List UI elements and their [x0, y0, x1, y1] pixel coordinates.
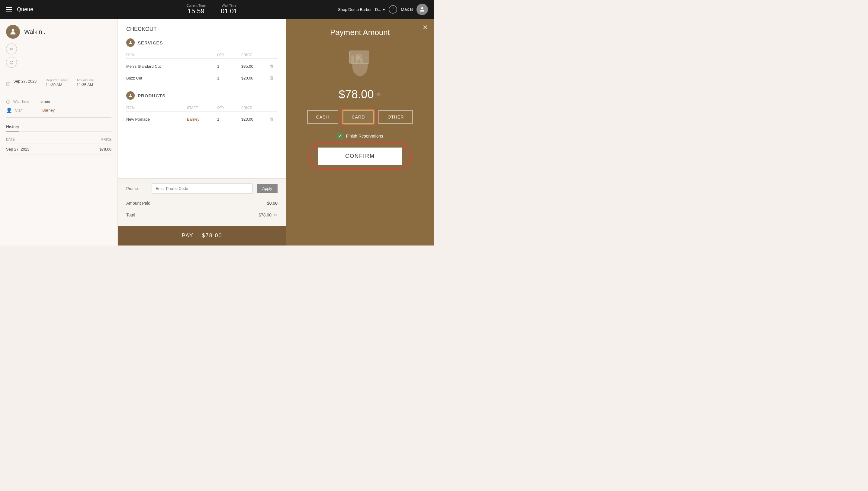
history-row: Sep 27, 2023 $78.00: [6, 144, 112, 155]
page-title: Queue: [17, 6, 33, 13]
app-header: Queue Current Time 15:59 Wait Time 01:01…: [0, 0, 434, 19]
delete-service-2[interactable]: 🗑: [266, 75, 278, 81]
confirm-button[interactable]: CONFIRM: [318, 148, 402, 165]
header-left: Queue: [6, 6, 33, 13]
client-header: Walkin .: [6, 25, 112, 39]
wait-time-block: Wait Time 01:01: [221, 4, 238, 15]
info-icon[interactable]: i: [389, 5, 397, 13]
promo-label: Promo: [126, 186, 147, 191]
shop-selector[interactable]: Shop Demo Barber - D... ▾: [338, 7, 385, 12]
reported-time-value: 11:30 AM: [45, 83, 62, 87]
item-col-header: ITEM: [126, 53, 217, 57]
wait-time-meta-value: 5 min: [40, 99, 50, 104]
reported-time-group: Reported Time 11:30 AM: [45, 78, 67, 87]
payment-amount: $78.00 ✏: [339, 88, 381, 101]
current-time-block: Current Time 15:59: [186, 4, 206, 15]
service-qty-2: 1: [217, 76, 241, 80]
service-price-1: $35.00: [241, 64, 266, 69]
payment-cash-icon: $: [346, 46, 374, 81]
checkout-inner: CHECKOUT SERVICES ITEM QTY PRICE Men's S…: [118, 19, 286, 178]
current-time-value: 15:59: [186, 7, 206, 15]
price-col-header: PRICE: [241, 53, 266, 57]
history-tab[interactable]: History: [6, 122, 19, 132]
amount-value: $78.00: [339, 88, 374, 101]
divider-1: [6, 74, 112, 74]
qty-col-header: QTY: [217, 53, 241, 57]
pay-amount: $78.00: [202, 232, 222, 238]
item-col-header-p: ITEM: [126, 106, 187, 110]
actual-time-group: Actual Time 11:35 AM: [77, 78, 94, 87]
products-icon: [126, 91, 135, 100]
staff-value[interactable]: Barney: [42, 108, 55, 113]
close-button[interactable]: ✕: [423, 24, 428, 31]
pay-label: PAY: [182, 232, 193, 238]
amount-paid-value: $0.00: [267, 201, 278, 206]
service-row-1: Men's Standard Cut 1 $35.00 🗑: [126, 60, 278, 72]
svg-point-3: [130, 94, 131, 95]
clock-icon: ◷: [6, 98, 10, 104]
wait-time-value: 01:01: [221, 7, 238, 15]
payment-panel: ✕ Payment Amount $ $78.00 ✏ CASH CARD OT: [286, 19, 434, 246]
wait-time-label: Wait Time: [221, 4, 238, 7]
service-name-1: Men's Standard Cut: [126, 64, 217, 69]
cash-button[interactable]: CASH: [307, 110, 338, 124]
delete-service-1[interactable]: 🗑: [266, 63, 278, 69]
header-right: Shop Demo Barber - D... ▾ i Max B: [338, 4, 428, 15]
payment-methods: CASH CARD OTHER: [307, 110, 413, 124]
edit-payment-amount-icon[interactable]: ✏: [377, 91, 381, 98]
reported-time-label: Reported Time: [45, 78, 67, 82]
history-date: Sep 27, 2023: [6, 147, 29, 151]
user-name: Max B: [401, 7, 413, 12]
qty-col-header-p: QTY: [217, 106, 241, 110]
checkout-title: CHECKOUT: [126, 26, 278, 32]
svg-point-2: [130, 41, 131, 42]
sidebar: Walkin . ✉ ◎ ☑ Sep 27, 2023 Reported Tim…: [0, 19, 118, 246]
appointment-date: Sep 27, 2023: [13, 79, 36, 83]
apply-button[interactable]: Apply: [257, 184, 278, 193]
amount-paid-label: Amount Paid: [126, 201, 150, 206]
finish-reservations-checkbox[interactable]: ✓: [337, 133, 343, 139]
divider-3: [6, 117, 112, 118]
services-icon: [126, 38, 135, 47]
pay-bar[interactable]: PAY $78.00: [118, 226, 286, 246]
total-row: Total $78.00 ✏: [126, 209, 278, 221]
promo-input[interactable]: [152, 183, 252, 194]
amount-paid-row: Amount Paid $0.00: [126, 198, 278, 209]
svg-point-0: [421, 7, 423, 9]
delete-product-1[interactable]: 🗑: [266, 116, 278, 122]
menu-button[interactable]: [6, 7, 12, 11]
history-price-col: PRICE: [101, 138, 112, 141]
service-qty-1: 1: [217, 64, 241, 69]
services-title: SERVICES: [138, 40, 163, 45]
staff-label: Staff: [15, 108, 39, 113]
other-button[interactable]: OTHER: [378, 110, 413, 124]
services-header: SERVICES: [126, 38, 278, 47]
products-title: PRODUCTS: [138, 93, 165, 98]
checkbox-icon: ☑: [6, 81, 10, 87]
product-staff-1[interactable]: Barney: [187, 117, 217, 121]
promo-section: Promo Apply Amount Paid $0.00 Total $78.…: [118, 178, 286, 226]
card-button[interactable]: CARD: [342, 110, 374, 124]
client-avatar: [6, 25, 20, 39]
divider-2: [6, 94, 112, 94]
service-name-2: Buzz Cut: [126, 76, 217, 80]
email-icon-button[interactable]: ✉: [6, 44, 17, 54]
product-qty-1: 1: [217, 117, 241, 121]
products-section: PRODUCTS ITEM STAFF QTY PRICE New Pomade…: [126, 91, 278, 125]
history-table: DATE PRICE Sep 27, 2023 $78.00: [6, 136, 112, 155]
phone-icon-button[interactable]: ◎: [6, 57, 17, 68]
services-section: SERVICES ITEM QTY PRICE Men's Standard C…: [126, 38, 278, 84]
checkout-panel: CHECKOUT SERVICES ITEM QTY PRICE Men's S…: [118, 19, 286, 246]
finish-reservations-row[interactable]: ✓ Finish Reservations: [337, 133, 383, 139]
wait-time-row: ◷ Wait Time 5 min: [6, 98, 112, 104]
section-tabs: History: [6, 122, 112, 132]
product-price-1: $23.00: [241, 117, 266, 121]
total-label: Total: [126, 212, 135, 218]
person-icon: 👤: [6, 107, 12, 113]
actual-time-value: 11:35 AM: [77, 83, 93, 87]
edit-total-icon[interactable]: ✏: [274, 212, 278, 218]
chevron-down-icon: ▾: [383, 7, 385, 12]
card-method-wrapper: CARD: [342, 110, 374, 124]
wait-time-meta-label: Wait Time: [13, 99, 37, 104]
promo-row: Promo Apply: [126, 183, 278, 194]
